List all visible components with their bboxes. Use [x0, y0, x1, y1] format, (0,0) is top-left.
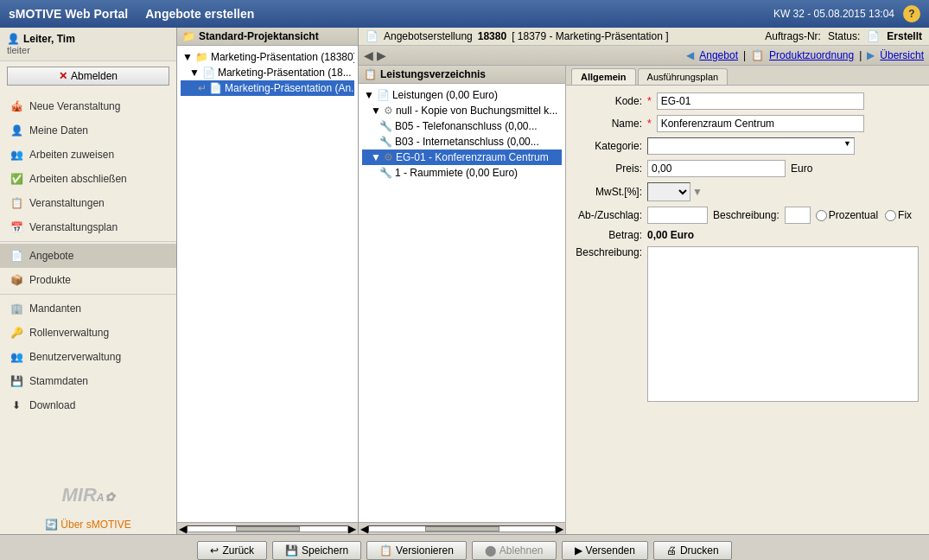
mwst-dropdown-icon: ▼: [692, 186, 703, 198]
sidebar-item-neue-veranstaltung[interactable]: 🎪 Neue Veranstaltung: [0, 94, 176, 118]
prozentual-radio-label[interactable]: Prozentual: [816, 209, 878, 221]
scroll-left-btn[interactable]: ◀: [179, 523, 187, 535]
fix-radio-label[interactable]: Fix: [885, 209, 912, 221]
kategorie-row: Kategorie:: [573, 137, 922, 155]
sidebar-item-mandanten[interactable]: 🏢 Mandanten: [0, 296, 176, 321]
versenden-button[interactable]: ▶ Versenden: [562, 541, 648, 560]
speichern-button[interactable]: 💾 Speichern: [272, 541, 361, 560]
kode-input[interactable]: [657, 92, 864, 110]
mwst-select[interactable]: 7 19: [647, 182, 690, 201]
scroll-thumb[interactable]: [236, 526, 300, 531]
smotive-link[interactable]: 🔄 Über sMOTIVE: [0, 515, 176, 534]
leistungs-icon: 📋: [364, 68, 377, 80]
angebote-icon: 📄: [9, 248, 24, 264]
leistungs-label-b03: B03 - Internetanschluss (0,00...: [395, 136, 539, 148]
sidebar-item-download[interactable]: ⬇ Download: [0, 393, 176, 417]
sidebar-item-angebote[interactable]: 📄 Angebote: [0, 244, 176, 268]
auftrag-label: Auftrags-Nr:: [765, 30, 821, 42]
sidebar-item-veranstaltungen[interactable]: 📋 Veranstaltungen: [0, 191, 176, 215]
leistungs-item-b05[interactable]: 🔧 B05 - Telefonanschluss (0,00...: [362, 118, 562, 134]
tree-item-marketing-1[interactable]: ▼ 📄 Marketing-Präsentation (18...: [181, 65, 354, 80]
leistungs-layout: 📋 Leistungsverzeichnis ▼ 📄 Leistungen (0…: [359, 66, 929, 534]
tab-ausfuhrungsplan[interactable]: Ausführungsplan: [638, 68, 729, 85]
angebots-nav-bar: ◀ ▶ ◀ Angebot | 📋 Produktzuordnung | ▶ Ü…: [359, 46, 929, 66]
form-area: Allgemein Ausführungsplan Kode: * Name: …: [566, 66, 929, 534]
tab-allgemein[interactable]: Allgemein: [571, 68, 636, 85]
help-icon[interactable]: ?: [903, 5, 920, 22]
download-icon: ⬇: [9, 398, 24, 413]
leistungs-item-eg01[interactable]: ▼ ⚙ EG-01 - Konferenzraum Centrum: [362, 150, 562, 165]
leistungs-scroll-left[interactable]: ◀: [360, 523, 368, 535]
fix-radio[interactable]: [885, 210, 896, 221]
versionieren-label: Versionieren: [396, 544, 454, 557]
leistungs-label-raummiete: 1 - Raummiete (0,00 Euro): [395, 167, 518, 179]
sidebar-item-veranstaltungsplan[interactable]: 📅 Veranstaltungsplan: [0, 215, 176, 239]
doc-l0-icon: 📄: [377, 89, 390, 101]
sidebar-item-stammdaten[interactable]: 💾 Stammdaten: [0, 369, 176, 393]
produktzuordnung-link[interactable]: Produktzuordnung: [769, 49, 854, 61]
preis-input[interactable]: [647, 160, 786, 177]
logout-button[interactable]: ✕ Abmelden: [7, 67, 169, 86]
gear-l1-icon: ⚙: [384, 105, 393, 117]
tree-label-marketing-1: Marketing-Präsentation (18...: [218, 67, 352, 79]
angebot-link[interactable]: Angebot: [699, 49, 738, 61]
expand-l0: ▼: [364, 89, 374, 101]
versenden-icon: ▶: [575, 544, 582, 557]
zuruck-label: Zurück: [222, 544, 254, 557]
leistungs-tree-scrollbar[interactable]: ◀ ▶: [359, 522, 565, 534]
beschreibung-inline-label: Beschreibung:: [713, 209, 779, 221]
mwst-label: MwSt.[%]:: [573, 186, 642, 198]
betrag-label: Betrag:: [573, 229, 642, 241]
expand-icon: ▼: [182, 51, 193, 63]
leistungs-scroll-right[interactable]: ▶: [556, 523, 563, 535]
arrow-icon-2: ↵: [198, 82, 207, 94]
sidebar-item-produkte[interactable]: 📦 Produkte: [0, 268, 176, 292]
beschreibung-inline-input[interactable]: [785, 207, 811, 224]
scroll-track[interactable]: [187, 525, 348, 532]
leistungs-scroll-track[interactable]: [368, 525, 556, 532]
kategorie-select-wrapper: [647, 137, 855, 155]
tree-item-marketing-2[interactable]: ↵ 📄 Marketing-Präsentation (An...: [181, 80, 354, 96]
expand-icon-1: ▼: [189, 67, 200, 79]
status-icon: 📄: [867, 30, 880, 42]
x-icon: ✕: [59, 70, 67, 82]
sidebar-item-meine-daten[interactable]: 👤 Meine Daten: [0, 118, 176, 143]
drucken-button[interactable]: 🖨 Drucken: [653, 541, 732, 560]
uebersicht-link[interactable]: Übersicht: [880, 49, 924, 61]
zuruck-icon: ↩: [210, 544, 219, 557]
benutzerverwaltung-icon: 👥: [9, 349, 24, 365]
ab-zuschlag-input[interactable]: [647, 207, 708, 224]
leistungs-item-null-kopie[interactable]: ▼ ⚙ null - Kopie von Buchungsmittel k...: [362, 103, 562, 118]
tree-item-marketing-root[interactable]: ▼ 📁 Marketing-Präsentation (18380): [181, 49, 354, 65]
leistungs-item-root[interactable]: ▼ 📄 Leistungen (0,00 Euro): [362, 87, 562, 103]
scroll-right-btn[interactable]: ▶: [348, 523, 356, 535]
kategorie-select[interactable]: [647, 137, 855, 155]
angebots-top-bar: 📄 Angebotserstellung 18380 [ 18379 - Mar…: [359, 28, 929, 46]
project-tree-scrollbar[interactable]: ◀ ▶: [177, 522, 358, 534]
sidebar-item-rollenverwaltung[interactable]: 🔑 Rollenverwaltung: [0, 321, 176, 345]
ab-zuschlag-row: Ab-/Zuschlag: Beschreibung: Prozentual: [573, 207, 922, 224]
folder-icon: 📁: [195, 51, 208, 63]
beschreibung-textarea[interactable]: [647, 246, 919, 402]
nav-label-produkte: Produkte: [29, 274, 71, 286]
name-input[interactable]: [657, 115, 864, 132]
back-arrow-btn[interactable]: ◀: [364, 48, 373, 62]
leistungs-item-raummiete[interactable]: 🔧 1 - Raummiete (0,00 Euro): [362, 165, 562, 181]
zuruck-button[interactable]: ↩ Zurück: [197, 541, 267, 560]
leistungs-item-b03[interactable]: 🔧 B03 - Internetanschluss (0,00...: [362, 134, 562, 150]
veranstaltungen-icon: 📋: [9, 195, 24, 211]
tree-label-marketing-2: Marketing-Präsentation (An...: [225, 82, 354, 94]
expand-l1: ▼: [371, 105, 381, 117]
drucken-label: Drucken: [680, 544, 719, 557]
prozentual-radio[interactable]: [816, 210, 827, 221]
forward-arrow-btn[interactable]: ▶: [377, 48, 386, 62]
leistungs-scroll-thumb[interactable]: [425, 526, 499, 531]
sidebar: 👤 Leiter, Tim tleiter ✕ Abmelden 🎪 Neue …: [0, 28, 177, 534]
status-value: Erstellt: [887, 30, 922, 42]
ablehnen-button[interactable]: ⬤ Ablehnen: [472, 541, 557, 560]
nav-label-meine-daten: Meine Daten: [29, 124, 88, 137]
sidebar-item-arbeiten-zuweisen[interactable]: 👥 Arbeiten zuweisen: [0, 143, 176, 167]
sidebar-item-benutzerverwaltung[interactable]: 👥 Benutzerverwaltung: [0, 345, 176, 369]
sidebar-item-arbeiten-abschliessen[interactable]: ✅ Arbeiten abschließen: [0, 167, 176, 191]
versionieren-button[interactable]: 📋 Versionieren: [366, 541, 467, 560]
